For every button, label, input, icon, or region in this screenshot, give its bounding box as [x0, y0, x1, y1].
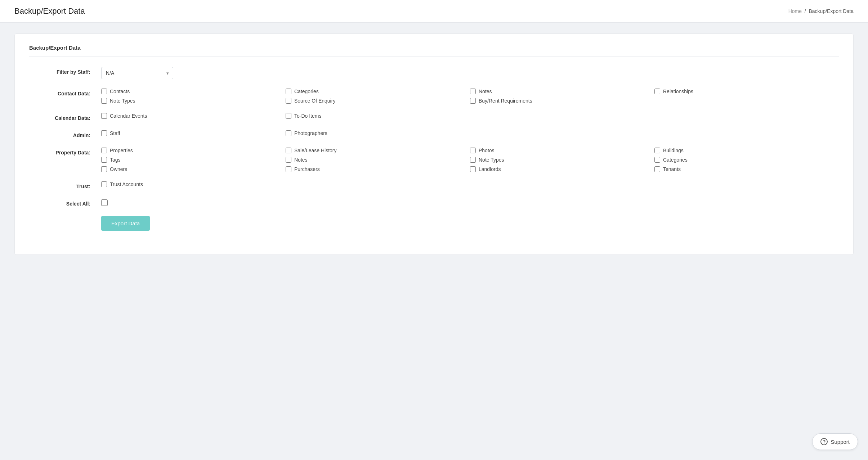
checkbox-contacts[interactable]: [101, 89, 107, 94]
staff-select[interactable]: N/A: [101, 67, 173, 79]
contact-data-group: Contacts Categories Notes Relationships: [101, 89, 839, 104]
checkbox-trust-accounts[interactable]: [101, 181, 107, 187]
label-purchasers[interactable]: Purchasers: [294, 166, 320, 172]
checkbox-properties[interactable]: [101, 148, 107, 153]
property-data-controls: Properties Sale/Lease History Photos Bui…: [101, 148, 839, 172]
checkbox-item-contacts: Contacts: [101, 89, 286, 94]
top-bar: Backup/Export Data Home / Backup/Export …: [0, 0, 868, 23]
label-categories-property[interactable]: Categories: [663, 157, 688, 163]
checkbox-relationships[interactable]: [654, 89, 660, 94]
label-sale-lease-history[interactable]: Sale/Lease History: [294, 148, 337, 153]
filter-label: Filter by Staff:: [29, 67, 101, 75]
label-landlords[interactable]: Landlords: [479, 166, 501, 172]
card-title: Backup/Export Data: [29, 45, 839, 57]
checkbox-staff[interactable]: [101, 130, 107, 136]
label-contacts[interactable]: Contacts: [110, 89, 130, 94]
admin-group: Staff Photographers: [101, 130, 839, 136]
checkbox-sale-lease-history[interactable]: [286, 148, 291, 153]
checkbox-item-buildings: Buildings: [654, 148, 839, 153]
main-content: Backup/Export Data Filter by Staff: N/A …: [0, 23, 868, 266]
label-source-of-enquiry[interactable]: Source Of Enquiry: [294, 98, 335, 104]
checkbox-buildings[interactable]: [654, 148, 660, 153]
export-button[interactable]: Export Data: [101, 216, 150, 231]
label-owners[interactable]: Owners: [110, 166, 127, 172]
contact-data-row: Contact Data: Contacts Categories Notes: [29, 89, 839, 104]
checkbox-item-tags: Tags: [101, 157, 286, 163]
checkbox-categories[interactable]: [286, 89, 291, 94]
checkbox-notes-contact[interactable]: [470, 89, 476, 94]
checkbox-item-sale-lease-history: Sale/Lease History: [286, 148, 470, 153]
label-buildings[interactable]: Buildings: [663, 148, 684, 153]
admin-controls: Staff Photographers: [101, 130, 839, 136]
breadcrumb-separator: /: [803, 8, 809, 14]
checkbox-item-categories-property: Categories: [654, 157, 839, 163]
checkbox-to-do-items[interactable]: [286, 113, 291, 119]
checkbox-item-relationships: Relationships: [654, 89, 839, 94]
calendar-data-group: Calendar Events To-Do Items: [101, 113, 839, 119]
label-notes-contact[interactable]: Notes: [479, 89, 492, 94]
checkbox-item-purchasers: Purchasers: [286, 166, 470, 172]
checkbox-item-to-do-items: To-Do Items: [286, 113, 470, 119]
checkbox-source-of-enquiry[interactable]: [286, 98, 291, 104]
admin-label: Admin:: [29, 130, 101, 138]
checkbox-item-categories: Categories: [286, 89, 470, 94]
label-tenants[interactable]: Tenants: [663, 166, 681, 172]
label-notes-property[interactable]: Notes: [294, 157, 308, 163]
checkbox-item-photographers: Photographers: [286, 130, 470, 136]
label-note-types-contact[interactable]: Note Types: [110, 98, 135, 104]
label-note-types-property[interactable]: Note Types: [479, 157, 504, 163]
checkbox-tags[interactable]: [101, 157, 107, 163]
checkbox-item-photos: Photos: [470, 148, 654, 153]
label-tags[interactable]: Tags: [110, 157, 121, 163]
checkbox-select-all[interactable]: [101, 199, 108, 206]
checkbox-buy-rent-requirements[interactable]: [470, 98, 476, 104]
label-calendar-events[interactable]: Calendar Events: [110, 113, 147, 119]
label-buy-rent-requirements[interactable]: Buy/Rent Requirements: [479, 98, 532, 104]
breadcrumb-home[interactable]: Home: [788, 8, 802, 14]
checkbox-tenants[interactable]: [654, 166, 660, 172]
page-title: Backup/Export Data: [14, 6, 85, 16]
checkbox-item-notes-contact: Notes: [470, 89, 654, 94]
checkbox-purchasers[interactable]: [286, 166, 291, 172]
label-relationships[interactable]: Relationships: [663, 89, 693, 94]
checkbox-item-owners: Owners: [101, 166, 286, 172]
label-to-do-items[interactable]: To-Do Items: [294, 113, 321, 119]
label-properties[interactable]: Properties: [110, 148, 133, 153]
trust-row: Trust: Trust Accounts: [29, 181, 839, 189]
label-categories[interactable]: Categories: [294, 89, 319, 94]
select-all-row: Select All:: [29, 199, 839, 207]
filter-controls: N/A: [101, 67, 839, 79]
admin-row: Admin: Staff Photographers: [29, 130, 839, 138]
calendar-data-label: Calendar Data:: [29, 113, 101, 121]
checkbox-owners[interactable]: [101, 166, 107, 172]
checkbox-calendar-events[interactable]: [101, 113, 107, 119]
checkbox-photographers[interactable]: [286, 130, 291, 136]
property-data-label: Property Data:: [29, 148, 101, 155]
select-all-controls: [101, 199, 839, 206]
property-data-row: Property Data: Properties Sale/Lease His…: [29, 148, 839, 172]
calendar-data-controls: Calendar Events To-Do Items: [101, 113, 839, 119]
card: Backup/Export Data Filter by Staff: N/A …: [14, 33, 854, 255]
checkbox-note-types-contact[interactable]: [101, 98, 107, 104]
checkbox-item-note-types-contact: Note Types: [101, 98, 286, 104]
contact-data-label: Contact Data:: [29, 89, 101, 96]
property-data-group: Properties Sale/Lease History Photos Bui…: [101, 148, 839, 172]
breadcrumb-current: Backup/Export Data: [809, 8, 854, 14]
checkbox-categories-property[interactable]: [654, 157, 660, 163]
export-row: Export Data: [29, 216, 839, 231]
checkbox-item-trust-accounts: Trust Accounts: [101, 181, 286, 187]
checkbox-landlords[interactable]: [470, 166, 476, 172]
checkbox-item-calendar-events: Calendar Events: [101, 113, 286, 119]
label-photos[interactable]: Photos: [479, 148, 495, 153]
select-all-label: Select All:: [29, 199, 101, 207]
label-staff[interactable]: Staff: [110, 130, 120, 136]
checkbox-photos[interactable]: [470, 148, 476, 153]
checkbox-note-types-property[interactable]: [470, 157, 476, 163]
checkbox-item-landlords: Landlords: [470, 166, 654, 172]
export-controls: Export Data: [101, 216, 839, 231]
checkbox-item-tenants: Tenants: [654, 166, 839, 172]
checkbox-notes-property[interactable]: [286, 157, 291, 163]
checkbox-item-buy-rent: Buy/Rent Requirements: [470, 98, 654, 104]
label-trust-accounts[interactable]: Trust Accounts: [110, 181, 143, 187]
label-photographers[interactable]: Photographers: [294, 130, 327, 136]
